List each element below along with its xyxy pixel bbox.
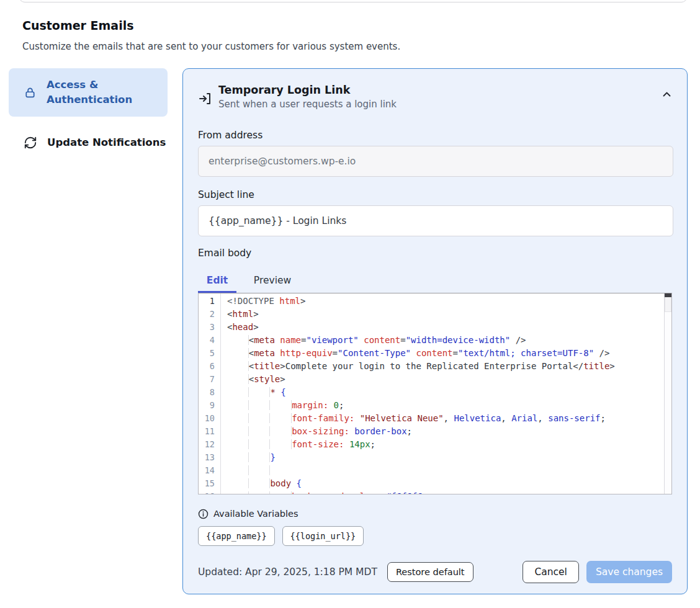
panel-header-text: Temporary Login Link Sent when a user re… [218, 84, 397, 110]
refresh-icon [24, 136, 37, 150]
panel-header[interactable]: Temporary Login Link Sent when a user re… [198, 84, 672, 112]
from-address-input[interactable] [198, 146, 673, 177]
code-line: <title>Complete your login to the Replic… [227, 360, 664, 373]
editor-scrollbar[interactable] [664, 293, 671, 494]
page-title: Customer Emails [22, 19, 134, 32]
from-address-label: From address [198, 130, 672, 142]
chevron-up-icon[interactable] [662, 90, 672, 98]
line-number: 10 [199, 412, 220, 425]
line-number: 15 [199, 477, 220, 490]
code-line: margin: 0; [227, 399, 664, 412]
code-line: <!DOCTYPE html> [227, 295, 664, 308]
lock-icon [24, 86, 37, 99]
email-body-label: Email body [198, 248, 672, 260]
code-line: body { [227, 477, 664, 490]
code-line: <meta name="viewport" content="width=dev… [227, 334, 664, 347]
scrollbar-track-top [665, 297, 671, 312]
info-icon [198, 509, 209, 519]
available-variables-label: Available Variables [213, 509, 298, 519]
tab-preview[interactable]: Preview [249, 272, 296, 293]
save-changes-button[interactable]: Save changes [586, 561, 672, 583]
code-line: background-color: #f6f6f6; [227, 490, 664, 494]
sidebar-item-update-notifications[interactable]: Update Notifications [9, 129, 168, 156]
panel-subtitle: Sent when a user requests a login link [218, 99, 397, 110]
tab-edit[interactable]: Edit [198, 272, 236, 293]
code-line: } [227, 451, 664, 464]
line-number: 11 [199, 425, 220, 438]
temporary-login-link-panel: Temporary Login Link Sent when a user re… [182, 68, 688, 594]
subject-line-label: Subject line [198, 189, 672, 202]
email-body-code-editor[interactable]: 12345678910111213141516 <!DOCTYPE html><… [198, 293, 672, 494]
cancel-button[interactable]: Cancel [523, 561, 579, 583]
line-number: 5 [199, 347, 220, 360]
restore-default-button[interactable]: Restore default [387, 562, 473, 582]
email-types-sidebar: Access & Authentication Update Notificat… [9, 68, 168, 156]
line-number: 14 [199, 464, 220, 477]
code-line: font-size: 14px; [227, 438, 664, 451]
line-number: 8 [199, 386, 220, 399]
updated-timestamp: Updated: Apr 29, 2025, 1:18 PM MDT [198, 566, 377, 578]
panel-footer: Updated: Apr 29, 2025, 1:18 PM MDT Resto… [198, 561, 672, 583]
code-line: <html> [227, 308, 664, 321]
email-body-tabs: Edit Preview [198, 272, 672, 293]
code-line: <head> [227, 321, 664, 334]
line-number: 16 [199, 490, 220, 494]
line-number: 2 [199, 308, 220, 321]
code-line: <style> [227, 373, 664, 386]
variable-chips: {{app_name}} {{login_url}} [198, 526, 672, 546]
sidebar-item-label: Access & Authentication [47, 78, 146, 107]
sidebar-item-label: Update Notifications [47, 135, 166, 150]
sidebar-item-access-authentication[interactable]: Access & Authentication [9, 68, 168, 117]
variable-chip-login-url[interactable]: {{login_url}} [282, 526, 364, 546]
line-number: 3 [199, 321, 220, 334]
line-number: 9 [199, 399, 220, 412]
available-variables-header: Available Variables [198, 507, 672, 520]
code-line: * { [227, 386, 664, 399]
line-number: 4 [199, 334, 220, 347]
line-number: 13 [199, 451, 220, 464]
line-number: 7 [199, 373, 220, 386]
line-number: 1 [199, 295, 220, 308]
editor-code[interactable]: <!DOCTYPE html><html><head> <meta name="… [222, 293, 664, 494]
variable-chip-app-name[interactable]: {{app_name}} [198, 526, 275, 546]
line-number: 12 [199, 438, 220, 451]
code-line [227, 464, 664, 477]
login-icon [198, 91, 213, 106]
line-number: 6 [199, 360, 220, 373]
code-line: <meta http-equiv="Content-Type" content=… [227, 347, 664, 360]
previous-card-edge [19, 0, 688, 2]
page-subtitle: Customize the emails that are sent to yo… [22, 41, 400, 52]
editor-gutter: 12345678910111213141516 [199, 293, 221, 494]
code-line: box-sizing: border-box; [227, 425, 664, 438]
subject-line-input[interactable] [198, 205, 673, 236]
page: Customer Emails Customize the emails tha… [0, 0, 700, 608]
panel-title: Temporary Login Link [218, 84, 397, 96]
code-line: font-family: "Helvetica Neue", Helvetica… [227, 412, 664, 425]
